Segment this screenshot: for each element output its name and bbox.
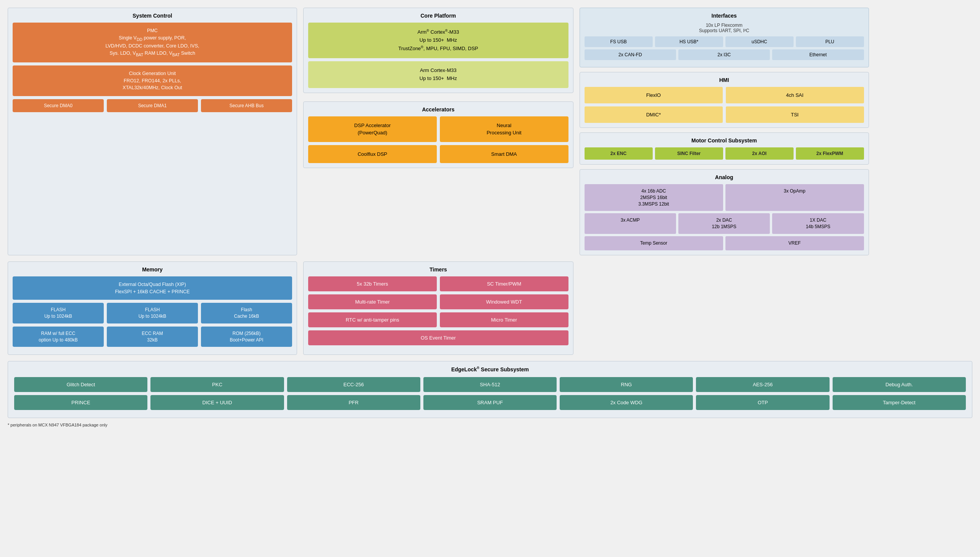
octa-flash: External Octa/Quad Flash (XIP)FlexSPI + … <box>13 276 292 300</box>
dac2: 1X DAC14b 5MSPS <box>772 213 864 234</box>
tsi: TSI <box>726 106 864 123</box>
glitch-detect: Glitch Detect <box>14 377 147 392</box>
motor-control-panel: Motor Control Subsystem 2x ENC SINC Filt… <box>580 132 869 165</box>
timers-panel: Timers 5x 32b Timers SC Timer/PWM Multi-… <box>303 261 573 355</box>
flexio: FlexIO <box>585 87 723 103</box>
can-fd: 2x CAN-FD <box>585 49 676 60</box>
tamper-detect: Tamper-Detect <box>833 395 966 410</box>
aoi: 2x AOI <box>725 147 794 160</box>
system-control-title: System Control <box>13 13 292 19</box>
sha-512: SHA-512 <box>423 377 557 392</box>
timers-title: Timers <box>308 266 568 273</box>
footnote: * peripherals on MCX N947 VFBGA184 packa… <box>8 423 972 427</box>
timer-32b: 5x 32b Timers <box>308 276 437 291</box>
rom: ROM (256kB)Boot+Power API <box>201 327 292 347</box>
pkc: PKC <box>150 377 284 392</box>
i3c: 2x I3C <box>678 49 770 60</box>
code-wdg: 2x Code WDG <box>560 395 693 410</box>
adc: 4x 16b ADC2MSPS 16bit3.3MSPS 12bit <box>585 184 723 211</box>
aes-256: AES-256 <box>696 377 829 392</box>
sinc-filter: SINC Filter <box>655 147 723 160</box>
interfaces-subtitle: 10x LP FlexcommSupports UART, SPI, I²C <box>585 23 864 33</box>
interfaces-panel: Interfaces 10x LP FlexcommSupports UART,… <box>580 8 869 67</box>
windowed-wdt: Windowed WDT <box>440 294 568 309</box>
core-platform-title: Core Platform <box>308 13 568 19</box>
memory-panel: Memory External Octa/Quad Flash (XIP)Fle… <box>8 261 297 355</box>
system-control-panel: System Control PMC Single VDD power supp… <box>8 8 297 255</box>
main-container: System Control PMC Single VDD power supp… <box>8 8 972 427</box>
flash-cache: FlashCache 16kB <box>201 303 292 323</box>
right-column: Interfaces 10x LP FlexcommSupports UART,… <box>580 8 869 255</box>
accelerators-title: Accelerators <box>308 106 568 113</box>
smart-dma: Smart DMA <box>440 145 568 163</box>
interfaces-title: Interfaces <box>585 13 864 19</box>
npu: NeuralProcessing Unit <box>440 116 568 142</box>
usdhc: uSDHC <box>725 36 794 47</box>
memory-title: Memory <box>13 266 292 273</box>
temp-sensor: Temp Sensor <box>585 236 723 250</box>
ram-ecc: RAM w/ full ECCoption Up to 480kB <box>13 327 104 347</box>
debug-auth: Debug Auth. <box>833 377 966 392</box>
hmi-panel: HMI FlexIO 4ch SAI DMIC* TSI <box>580 72 869 128</box>
accelerators-panel: Accelerators DSP Accelerator(PowerQuad) … <box>303 101 573 168</box>
plu: PLU <box>796 36 864 47</box>
dac1: 2x DAC12b 1MSPS <box>678 213 770 234</box>
edgelock-row1: Glitch Detect PKC ECC-256 SHA-512 RNG AE… <box>14 377 966 392</box>
acmp: 3x ACMP <box>585 213 676 234</box>
secure-dma0: Secure DMA0 <box>13 99 104 112</box>
otp: OTP <box>696 395 829 410</box>
coolflux-dsp: Coolflux DSP <box>308 145 437 163</box>
rng: RNG <box>560 377 693 392</box>
flash1: FLASHUp to 1024kB <box>13 303 104 323</box>
cortex-m33-1: Arm® Cortex®-M33 Up to 150+ MHz TrustZon… <box>308 23 568 58</box>
clock-block: Clock Generation Unit FRO12, FRO144, 2x … <box>13 65 292 96</box>
cortex-m33-2: Arm Cortex-M33 Up to 150+ MHz <box>308 61 568 88</box>
edgelock-title: EdgeLock® Secure Subsystem <box>14 366 966 372</box>
ecc-256: ECC-256 <box>287 377 420 392</box>
edgelock-panel: EdgeLock® Secure Subsystem Glitch Detect… <box>8 361 972 418</box>
edgelock-row2: PRINCE DICE + UUID PFR SRAM PUF 2x Code … <box>14 395 966 410</box>
dmic: DMIC* <box>585 106 723 123</box>
flash2: FLASHUp to 1024kB <box>107 303 198 323</box>
opamp: 3x OpAmp <box>725 184 864 211</box>
sc-timer: SC Timer/PWM <box>440 276 568 291</box>
core-platform-panel: Core Platform Arm® Cortex®-M33 Up to 150… <box>303 8 573 93</box>
os-event-timer: OS Event Timer <box>308 330 568 345</box>
flex-pwm: 2x FlexPWM <box>796 147 864 160</box>
hmi-title: HMI <box>585 77 864 83</box>
prince: PRINCE <box>14 395 147 410</box>
sai: 4ch SAI <box>726 87 864 103</box>
enc: 2x ENC <box>585 147 653 160</box>
pfr: PFR <box>287 395 420 410</box>
micro-timer: Micro Timer <box>440 312 568 327</box>
pmc-block: PMC Single VDD power supply, POR, LVD/HV… <box>13 23 292 62</box>
ethernet: Ethernet <box>772 49 864 60</box>
hs-usb: HS USB* <box>655 36 723 47</box>
dice-uuid: DICE + UUID <box>150 395 284 410</box>
rtc: RTC w/ anti-tamper pins <box>308 312 437 327</box>
secure-ahb: Secure AHB Bus <box>201 99 292 112</box>
dsp-accelerator: DSP Accelerator(PowerQuad) <box>308 116 437 142</box>
vref: VREF <box>725 236 864 250</box>
secure-dma1: Secure DMA1 <box>107 99 198 112</box>
multirate-timer: Multi-rate Timer <box>308 294 437 309</box>
ecc-ram: ECC RAM32kB <box>107 327 198 347</box>
fs-usb: FS USB <box>585 36 653 47</box>
analog-panel: Analog 4x 16b ADC2MSPS 16bit3.3MSPS 12bi… <box>580 169 869 255</box>
motor-control-title: Motor Control Subsystem <box>585 137 864 144</box>
analog-title: Analog <box>585 174 864 180</box>
sram-puf: SRAM PUF <box>423 395 557 410</box>
